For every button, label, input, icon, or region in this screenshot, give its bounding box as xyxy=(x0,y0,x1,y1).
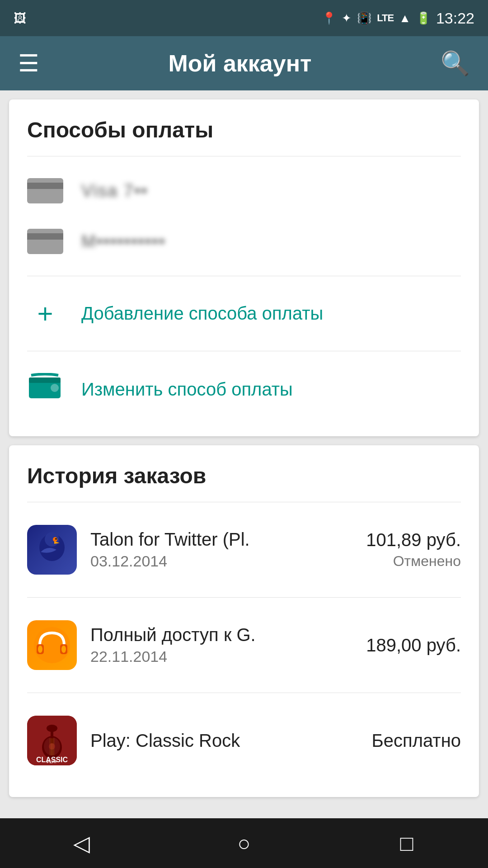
visa-card-icon xyxy=(27,178,63,203)
classic-price: Бесплатно xyxy=(371,731,461,751)
status-bar-left: 🖼 xyxy=(14,11,26,26)
recents-icon: □ xyxy=(400,831,413,856)
lte-icon: LTE xyxy=(377,12,394,24)
classic-order-info: Play: Classic Rock xyxy=(90,731,358,751)
status-bar: 🖼 📍 ✦ 📳 LTE ▲ 🔋 13:22 xyxy=(0,0,488,36)
play-classic-app-icon: PLAY classic xyxy=(27,716,77,765)
headphone-app-icon xyxy=(27,620,77,670)
signal-icon: ▲ xyxy=(399,11,411,25)
status-bar-right: 📍 ✦ 📳 LTE ▲ 🔋 13:22 xyxy=(322,9,474,27)
back-button[interactable]: ◁ xyxy=(54,825,108,861)
order-item-classic[interactable]: PLAY classic Play: Classic Rock Бесплатн… xyxy=(27,702,461,779)
order-item-headphones[interactable]: Полный доступ к G. 22.11.2014 189,00 руб… xyxy=(27,607,461,684)
talon-order-name: Talon for Twitter (Pl. xyxy=(90,529,352,550)
change-payment-label: Изменить способ оплаты xyxy=(81,379,293,400)
order-divider-2 xyxy=(27,693,461,693)
payment-section-title: Способы оплаты xyxy=(27,118,461,142)
page-title: Мой аккаунт xyxy=(168,50,311,77)
battery-icon: 🔋 xyxy=(416,11,431,25)
headphone-price-col: 189,00 руб. xyxy=(366,635,461,656)
headphone-order-date: 22.11.2014 xyxy=(90,648,352,665)
orders-section-title: История заказов xyxy=(27,463,461,488)
main-content: Способы оплаты Visa 7•• M•••••••••• + До… xyxy=(0,90,488,818)
bottom-navigation: ◁ ○ □ xyxy=(0,818,488,868)
classic-price-col: Бесплатно xyxy=(371,731,461,751)
plus-icon: + xyxy=(27,298,63,329)
classic-order-name: Play: Classic Rock xyxy=(90,731,358,751)
svg-point-11 xyxy=(38,646,42,653)
talon-order-info: Talon for Twitter (Pl. 03.12.2014 xyxy=(90,529,352,570)
add-payment-label: Добавление способа оплаты xyxy=(81,303,323,324)
change-payment-button[interactable]: Изменить способ оплаты xyxy=(27,360,461,418)
divider-2 xyxy=(27,276,461,276)
talon-status: Отменено xyxy=(366,553,461,570)
visa-label: Visa 7•• xyxy=(81,181,148,201)
search-button[interactable]: 🔍 xyxy=(441,50,470,77)
mastercard-label: M•••••••••• xyxy=(81,232,166,251)
order-divider-1 xyxy=(27,597,461,598)
mastercard-icon xyxy=(27,229,63,254)
divider-3 xyxy=(27,351,461,351)
payment-methods-card: Способы оплаты Visa 7•• M•••••••••• + До… xyxy=(9,99,479,436)
menu-button[interactable]: ☰ xyxy=(18,50,39,77)
wallet-icon xyxy=(27,373,63,406)
location-icon: 📍 xyxy=(322,11,336,25)
home-icon: ○ xyxy=(238,831,251,856)
add-payment-button[interactable]: + Добавление способа оплаты xyxy=(27,285,461,342)
talon-order-date: 03.12.2014 xyxy=(90,552,352,570)
divider-1 xyxy=(27,156,461,156)
headphone-order-info: Полный доступ к G. 22.11.2014 xyxy=(90,625,352,665)
home-button[interactable]: ○ xyxy=(217,825,271,861)
svg-point-7 xyxy=(55,538,57,540)
svg-point-12 xyxy=(61,646,66,653)
visa-payment-item[interactable]: Visa 7•• xyxy=(27,165,461,216)
svg-point-17 xyxy=(47,725,57,732)
vibrate-icon: 📳 xyxy=(357,11,371,25)
bluetooth-icon: ✦ xyxy=(342,11,352,25)
mastercard-payment-item[interactable]: M•••••••••• xyxy=(27,216,461,267)
orders-divider-top xyxy=(27,502,461,502)
svg-rect-2 xyxy=(51,384,59,392)
image-icon: 🖼 xyxy=(14,11,26,26)
talon-app-icon xyxy=(27,525,77,575)
app-bar: ☰ Мой аккаунт 🔍 xyxy=(0,36,488,90)
talon-price-col: 101,89 руб. Отменено xyxy=(366,530,461,570)
status-time: 13:22 xyxy=(436,9,474,27)
order-history-card: История заказов xyxy=(9,445,479,797)
order-item-talon[interactable]: Talon for Twitter (Pl. 03.12.2014 101,89… xyxy=(27,511,461,588)
svg-rect-1 xyxy=(29,377,61,383)
headphone-order-name: Полный доступ к G. xyxy=(90,625,352,645)
back-icon: ◁ xyxy=(73,830,90,856)
talon-price: 101,89 руб. xyxy=(366,530,461,550)
recents-button[interactable]: □ xyxy=(380,825,434,861)
headphone-price: 189,00 руб. xyxy=(366,635,461,656)
